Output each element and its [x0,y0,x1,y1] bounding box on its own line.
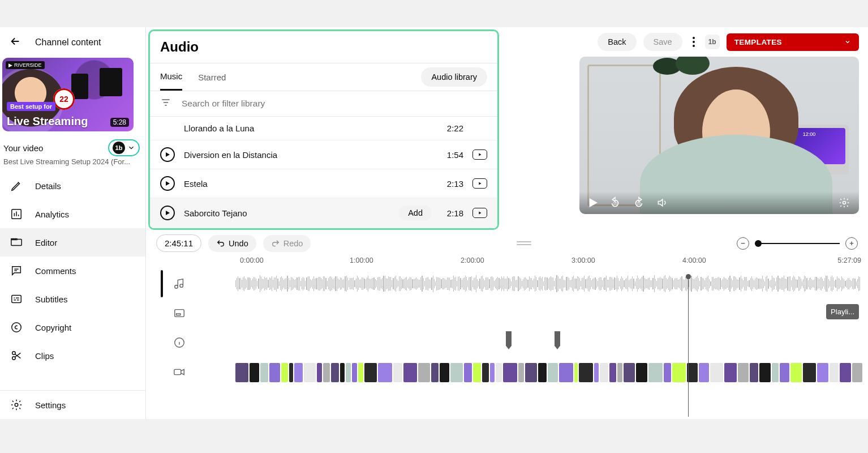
forward-10-icon[interactable]: 10 [633,196,645,209]
sidebar: Channel content ▶ RIVERSIDE 22 Best setu… [0,27,146,419]
info-track[interactable] [151,328,868,357]
back-button[interactable]: Back [598,33,636,51]
svg-point-6 [12,323,22,332]
undo-label: Undo [229,239,248,248]
chevron-down-icon [127,144,135,152]
track-row[interactable]: Diversion en la Distancia 1:54 [150,140,497,169]
search-input[interactable] [182,99,487,109]
sidebar-item-details[interactable]: Details [0,172,145,200]
sidebar-item-label: Comments [35,266,76,276]
thumbnail-title: Live Streaming [7,115,88,128]
audio-panel-title: Audio [150,31,497,63]
svg-point-12 [843,202,846,204]
track-name: Estela [184,179,432,189]
zoom-slider[interactable] [755,243,840,244]
track-duration: 2:13 [441,179,463,189]
svg-rect-16 [174,369,181,374]
svg-rect-2 [11,239,13,240]
video-thumbnail[interactable]: ▶ RIVERSIDE 22 Best setup for Live Strea… [2,58,134,131]
your-video-label: Your video [3,143,43,153]
ext-dropdown[interactable]: 1b [108,139,140,156]
settings-gear-icon[interactable] [839,197,850,208]
timeline-playhead[interactable] [688,274,689,417]
track-duration: 2:22 [441,123,463,133]
track-duration: 2:18 [441,208,463,218]
sidebar-item-clips[interactable]: Clips [0,341,145,370]
templates-label: TEMPLATES [734,38,782,46]
back-arrow-icon[interactable] [9,35,22,50]
video-preview: 12:00 10 10 [579,57,859,214]
volume-icon[interactable] [656,197,668,208]
sidebar-item-copyright[interactable]: Copyright [0,313,145,341]
sidebar-item-label: Analytics [35,210,69,219]
filter-icon[interactable] [160,97,171,110]
chevron-down-icon [844,39,851,45]
endscreen-element[interactable]: Playli... [826,304,859,319]
track-name: Diversion en la Distancia [184,150,432,160]
chapter-marker[interactable] [555,331,560,349]
sidebar-item-subtitles[interactable]: Subtitles [0,285,145,313]
youtube-icon[interactable] [472,178,487,189]
svg-rect-5 [12,296,22,303]
templates-button[interactable]: TEMPLATES [727,33,859,51]
video-track[interactable] [151,357,868,387]
sidebar-item-label: Details [35,181,61,191]
thumbnail-banner: Best setup for [7,102,55,111]
rewind-10-icon[interactable]: 10 [609,196,621,209]
svg-point-9 [15,403,18,407]
ext-logo-icon: 1b [113,142,125,154]
your-video-subtitle: Best Live Streaming Setup 2024 (For... [0,157,145,172]
endscreen-track[interactable]: Playli... [151,298,868,328]
track-row[interactable]: Llorando a la Luna 2:22 [150,117,497,140]
timecode[interactable]: 2:45:11 [156,234,201,252]
preview-play-icon[interactable] [588,198,598,207]
redo-label: Redo [283,239,303,248]
more-menu-icon[interactable] [689,35,698,49]
sidebar-item-label: Copyright [35,323,71,332]
play-icon[interactable] [160,176,175,191]
audio-panel: Audio Music Starred Audio library Lloran… [148,29,499,230]
sidebar-item-settings[interactable]: Settings [0,391,145,419]
tubebuddy-logo-icon[interactable]: 1b [705,35,720,49]
track-row[interactable]: Saborcito Tejano Add 2:18 [150,198,497,228]
svg-rect-13 [175,310,184,317]
sidebar-item-comments[interactable]: Comments [0,257,145,285]
audio-library-button[interactable]: Audio library [421,67,487,87]
track-row[interactable]: Estela 2:13 [150,169,497,198]
thumbnail-brand: ▶ RIVERSIDE [6,61,45,69]
zoom-out-button[interactable]: − [737,237,749,250]
tab-starred[interactable]: Starred [198,65,226,90]
redo-button[interactable]: Redo [263,235,311,252]
youtube-icon[interactable] [472,149,487,160]
track-name: Llorando a la Luna [184,123,432,133]
svg-rect-3 [14,239,15,240]
tab-music[interactable]: Music [160,63,182,91]
chapter-marker[interactable] [506,331,512,349]
play-icon[interactable] [160,147,175,162]
svg-rect-4 [15,239,17,240]
sidebar-item-editor[interactable]: Editor [0,228,145,257]
track-duration: 1:54 [441,150,463,160]
svg-text:10: 10 [613,202,617,206]
play-icon[interactable] [160,206,175,220]
save-button[interactable]: Save [643,33,682,51]
undo-button[interactable]: Undo [208,235,256,252]
zoom-in-button[interactable]: + [845,237,858,250]
sidebar-item-analytics[interactable]: Analytics [0,200,145,228]
thumbnail-duration: 5:28 [110,118,129,127]
track-name: Saborcito Tejano [184,208,390,218]
sidebar-item-label: Subtitles [35,294,68,304]
timeline-ruler[interactable]: 0:00:00 1:00:00 2:00:00 3:00:00 4:00:00 … [146,257,868,269]
audio-track[interactable] [151,269,868,298]
panel-resize-handle[interactable] [515,241,532,245]
svg-text:10: 10 [637,202,641,206]
sidebar-item-label: Clips [35,351,54,361]
page-title: Channel content [35,37,101,48]
main: Back Save 1b TEMPLATES Audio Music Starr… [146,27,868,419]
youtube-icon[interactable] [472,208,487,218]
add-track-button[interactable]: Add [399,205,432,221]
svg-rect-14 [177,314,181,315]
thumbnail-badge: 22 [53,88,75,110]
sidebar-item-label: Settings [35,400,66,410]
timeline: 0:00:00 1:00:00 2:00:00 3:00:00 4:00:00 … [146,257,868,419]
